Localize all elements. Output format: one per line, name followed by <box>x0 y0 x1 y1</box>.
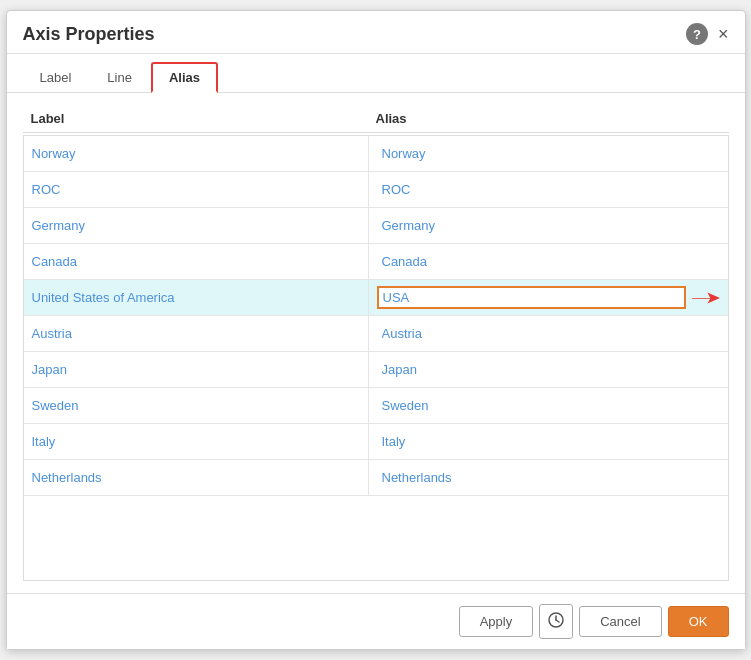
alias-input[interactable] <box>377 431 720 452</box>
tab-alias[interactable]: Alias <box>151 62 218 93</box>
cell-alias[interactable] <box>369 424 728 459</box>
axis-properties-dialog: Axis Properties ? × Label Line Alias Lab… <box>6 10 746 650</box>
cell-label: Germany <box>24 208 369 243</box>
cell-alias[interactable] <box>369 460 728 495</box>
table-row-selected[interactable]: United States of America <box>24 280 728 316</box>
svg-line-3 <box>556 620 559 622</box>
close-icon[interactable]: × <box>718 25 729 43</box>
cell-label: Netherlands <box>24 460 369 495</box>
col-header-label: Label <box>23 111 368 126</box>
dialog-footer: Apply Cancel OK <box>7 593 745 649</box>
alias-input[interactable] <box>377 467 720 488</box>
table-row[interactable]: Germany <box>24 208 728 244</box>
cell-alias[interactable] <box>369 388 728 423</box>
help-icon[interactable]: ? <box>686 23 708 45</box>
table-row[interactable]: Italy <box>24 424 728 460</box>
tabs-bar: Label Line Alias <box>7 54 745 93</box>
alias-input[interactable] <box>377 179 720 200</box>
alias-input[interactable] <box>377 323 720 344</box>
table-row[interactable]: Austria <box>24 316 728 352</box>
dialog-title: Axis Properties <box>23 24 155 45</box>
table-row[interactable]: ROC <box>24 172 728 208</box>
alias-input-highlighted[interactable] <box>377 286 686 309</box>
cell-alias[interactable] <box>369 352 728 387</box>
rows-container[interactable]: Norway ROC Germany Canada <box>23 135 729 581</box>
table-row[interactable]: Netherlands <box>24 460 728 496</box>
table-row[interactable]: Norway <box>24 136 728 172</box>
clock-icon <box>548 612 564 628</box>
cancel-button[interactable]: Cancel <box>579 606 661 637</box>
cell-label: ROC <box>24 172 369 207</box>
arrow-indicator <box>692 289 720 307</box>
alias-input[interactable] <box>377 143 720 164</box>
dialog-header: Axis Properties ? × <box>7 11 745 54</box>
cell-label: Sweden <box>24 388 369 423</box>
clock-button[interactable] <box>539 604 573 639</box>
cell-alias[interactable] <box>369 244 728 279</box>
table-row[interactable]: Sweden <box>24 388 728 424</box>
svg-marker-0 <box>692 292 720 303</box>
cell-alias[interactable] <box>369 316 728 351</box>
cell-label: Italy <box>24 424 369 459</box>
apply-button[interactable]: Apply <box>459 606 534 637</box>
table-row[interactable]: Canada <box>24 244 728 280</box>
alias-input[interactable] <box>377 215 720 236</box>
table-header: Label Alias <box>23 105 729 133</box>
alias-input[interactable] <box>377 251 720 272</box>
tab-label[interactable]: Label <box>23 62 89 92</box>
cell-alias[interactable] <box>369 208 728 243</box>
tab-line[interactable]: Line <box>90 62 149 92</box>
cell-alias[interactable] <box>369 136 728 171</box>
ok-button[interactable]: OK <box>668 606 729 637</box>
cell-label: Austria <box>24 316 369 351</box>
table-row[interactable]: Japan <box>24 352 728 388</box>
content-area: Label Alias Norway ROC Germany <box>7 93 745 593</box>
alias-input[interactable] <box>377 395 720 416</box>
cell-label: Canada <box>24 244 369 279</box>
cell-label: Japan <box>24 352 369 387</box>
alias-input[interactable] <box>377 359 720 380</box>
header-icons: ? × <box>686 23 729 45</box>
col-header-alias: Alias <box>368 111 729 126</box>
cell-alias[interactable] <box>369 172 728 207</box>
cell-label: Norway <box>24 136 369 171</box>
cell-label: United States of America <box>24 280 369 315</box>
cell-alias[interactable] <box>369 280 728 315</box>
